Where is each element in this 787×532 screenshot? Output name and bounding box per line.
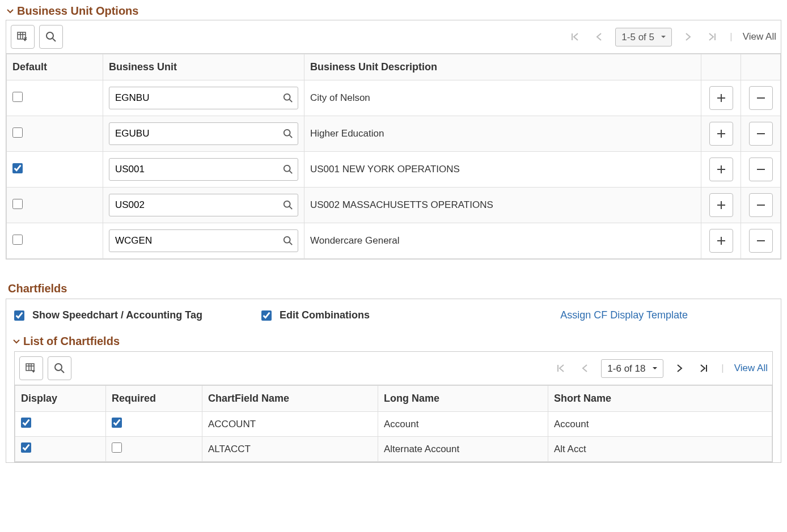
prev-page-button[interactable] <box>593 29 605 44</box>
edit-combinations-checkbox[interactable] <box>261 310 272 321</box>
bu-input[interactable] <box>115 92 281 104</box>
col-del <box>741 54 781 80</box>
bu-input[interactable] <box>115 128 281 139</box>
table-row: ALTACCTAlternate AccountAlt Acct <box>15 437 772 462</box>
bu-section-header[interactable]: Business Unit Options <box>6 5 781 18</box>
table-row: Wondercare General <box>7 223 781 259</box>
default-checkbox[interactable] <box>12 235 23 245</box>
add-row-button[interactable] <box>709 86 733 110</box>
delete-row-button[interactable] <box>749 122 773 146</box>
grid-action-menu-button[interactable] <box>19 356 43 380</box>
default-checkbox[interactable] <box>12 92 23 102</box>
table-row: US002 MASSACHUSETTS OPERATIONS <box>7 188 781 223</box>
bu-grid: 1-5 of 5 | View All Default Business Uni… <box>6 20 781 259</box>
assign-cf-template-link[interactable]: Assign CF Display Template <box>560 309 688 321</box>
display-checkbox[interactable] <box>21 442 31 453</box>
cf-list-header[interactable]: List of Chartfields <box>12 335 781 348</box>
table-row: ACCOUNTAccountAccount <box>15 412 772 437</box>
bu-description: US002 MASSACHUSETTS OPERATIONS <box>304 188 701 223</box>
search-icon[interactable] <box>281 162 295 177</box>
col-cfname[interactable]: ChartField Name <box>202 386 378 412</box>
search-icon[interactable] <box>281 91 295 105</box>
svg-point-28 <box>284 237 290 243</box>
bu-input[interactable] <box>115 199 281 211</box>
display-checkbox[interactable] <box>21 418 31 428</box>
col-default[interactable]: Default <box>7 54 103 80</box>
last-page-button[interactable] <box>696 361 711 376</box>
default-checkbox[interactable] <box>12 127 23 138</box>
bu-description: Higher Education <box>304 116 701 152</box>
search-icon[interactable] <box>281 126 295 141</box>
bu-input[interactable] <box>115 164 281 175</box>
table-row: Higher Education <box>7 116 781 152</box>
col-bu[interactable]: Business Unit <box>103 54 304 80</box>
grid-search-button[interactable] <box>48 356 71 380</box>
cf-grid-toolbar: 1-6 of 18 | View All <box>15 352 772 385</box>
toolbar-divider: | <box>721 363 723 374</box>
col-desc[interactable]: Business Unit Description <box>304 54 701 80</box>
view-all-link[interactable]: View All <box>734 363 768 374</box>
svg-point-23 <box>284 201 290 207</box>
svg-line-38 <box>61 370 64 373</box>
col-display[interactable]: Display <box>15 386 106 412</box>
bu-table: Default Business Unit Business Unit Desc… <box>6 54 781 259</box>
first-page-button[interactable] <box>568 29 582 44</box>
bu-input[interactable] <box>115 235 281 246</box>
grid-search-button[interactable] <box>39 25 63 49</box>
svg-line-9 <box>290 100 293 103</box>
row-range-select[interactable]: 1-6 of 18 <box>601 359 663 378</box>
col-add <box>701 54 741 80</box>
cf-list-title: List of Chartfields <box>23 335 120 348</box>
cf-grid: 1-6 of 18 | View All Display Required Ch… <box>14 351 773 462</box>
chevron-down-icon <box>12 337 21 346</box>
add-row-button[interactable] <box>709 229 733 253</box>
bu-lookup[interactable] <box>109 87 298 109</box>
svg-point-4 <box>46 32 53 39</box>
prev-page-button[interactable] <box>578 361 591 376</box>
first-page-button[interactable] <box>553 361 568 376</box>
toolbar-divider: | <box>730 31 732 42</box>
cf-shortname: Alt Acct <box>548 437 772 462</box>
next-page-button[interactable] <box>682 29 695 44</box>
chevron-down-icon <box>6 7 15 16</box>
search-icon[interactable] <box>281 198 295 212</box>
default-checkbox[interactable] <box>12 199 23 209</box>
row-range-select[interactable]: 1-5 of 5 <box>615 28 672 46</box>
search-icon[interactable] <box>281 233 295 248</box>
default-checkbox[interactable] <box>12 163 23 173</box>
col-longname[interactable]: Long Name <box>378 386 548 412</box>
col-shortname[interactable]: Short Name <box>548 386 772 412</box>
delete-row-button[interactable] <box>749 86 773 110</box>
bu-section-title: Business Unit Options <box>17 5 138 18</box>
show-speedchart-checkbox[interactable] <box>14 310 24 321</box>
add-row-button[interactable] <box>709 193 733 217</box>
edit-combinations-label: Edit Combinations <box>280 309 370 321</box>
svg-rect-0 <box>18 32 26 39</box>
add-row-button[interactable] <box>709 122 733 146</box>
required-checkbox[interactable] <box>112 418 122 428</box>
col-required[interactable]: Required <box>106 386 202 412</box>
bu-lookup[interactable] <box>109 158 298 181</box>
bu-lookup[interactable] <box>109 229 298 252</box>
delete-row-button[interactable] <box>749 193 773 217</box>
bu-lookup[interactable] <box>109 194 298 216</box>
svg-line-29 <box>290 242 293 245</box>
add-row-button[interactable] <box>709 158 733 181</box>
delete-row-button[interactable] <box>749 229 773 253</box>
cf-shortname: Account <box>548 412 772 437</box>
bu-lookup[interactable] <box>109 122 298 145</box>
cf-options-row: Show Speedchart / Accounting Tag Edit Co… <box>6 306 781 329</box>
svg-point-8 <box>284 94 290 100</box>
svg-line-5 <box>53 39 56 41</box>
cf-name: ACCOUNT <box>202 412 378 437</box>
show-speedchart-label: Show Speedchart / Accounting Tag <box>32 309 202 321</box>
bu-description: City of Nelson <box>304 80 701 116</box>
delete-row-button[interactable] <box>749 158 773 181</box>
svg-line-24 <box>290 207 293 210</box>
required-checkbox[interactable] <box>112 442 122 453</box>
view-all-link[interactable]: View All <box>743 31 776 42</box>
last-page-button[interactable] <box>705 29 720 44</box>
grid-action-menu-button[interactable] <box>11 25 35 49</box>
next-page-button[interactable] <box>674 361 686 376</box>
svg-rect-33 <box>26 364 34 371</box>
